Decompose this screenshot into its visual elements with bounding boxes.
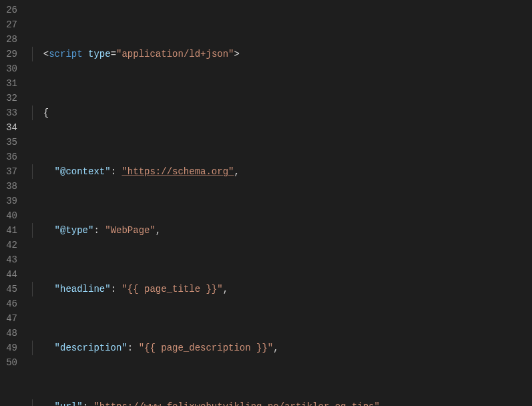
json-key: "@type" [55, 225, 94, 236]
json-key: "headline" [55, 284, 111, 294]
json-key: "@context" [55, 166, 111, 177]
line-number: 37 [0, 164, 17, 179]
line-number: 45 [0, 282, 17, 296]
line-number: 44 [0, 267, 17, 282]
line-number: 49 [0, 341, 17, 355]
code-line: "@context": "https://schema.org", [29, 164, 532, 179]
line-number: 34 [0, 120, 17, 135]
line-number: 40 [0, 208, 17, 223]
json-value: "{{ page_title }}" [121, 284, 222, 294]
code-line: "headline": "{{ page_title }}", [29, 282, 532, 296]
line-number: 36 [0, 150, 17, 164]
line-number: 38 [0, 179, 17, 194]
line-number: 35 [0, 135, 17, 150]
json-url-value[interactable]: "https://www.felixwebutvikling.no/artikl… [93, 401, 379, 406]
line-number: 28 [0, 32, 17, 47]
line-number: 43 [0, 252, 17, 267]
code-line: "@type": "WebPage", [29, 223, 532, 238]
code-line: "description": "{{ page_description }}", [29, 341, 532, 355]
line-number: 29 [0, 47, 17, 61]
line-number: 41 [0, 223, 17, 238]
line-number: 48 [0, 326, 17, 341]
line-number: 33 [0, 106, 17, 120]
json-url-value[interactable]: "https://schema.org" [121, 166, 234, 177]
minimap[interactable] [527, 0, 532, 406]
angle-open: < [43, 49, 49, 59]
line-number: 26 [0, 3, 17, 17]
code-line: "url": "https://www.felixwebutvikling.no… [29, 399, 532, 406]
line-number: 46 [0, 296, 17, 311]
tag-name: script [49, 49, 82, 59]
line-number: 30 [0, 61, 17, 76]
line-number: 42 [0, 238, 17, 252]
line-number: 47 [0, 311, 17, 326]
line-number: 50 [0, 355, 17, 370]
code-area[interactable]: <script type="application/ld+json"> { "@… [29, 0, 532, 406]
line-number: 32 [0, 91, 17, 106]
code-line: <script type="application/ld+json"> [29, 47, 532, 61]
json-key: "url" [55, 401, 83, 406]
line-number: 31 [0, 76, 17, 91]
code-editor[interactable]: 2627282930313233343536373839404142434445… [0, 0, 532, 406]
line-number: 39 [0, 194, 17, 208]
line-number-gutter: 2627282930313233343536373839404142434445… [0, 0, 29, 406]
attr-name: type [88, 49, 111, 59]
json-key: "description" [55, 343, 127, 353]
line-number: 27 [0, 17, 17, 32]
attr-value: "application/ld+json" [116, 49, 234, 59]
code-line: { [29, 106, 532, 120]
json-value: "WebPage" [105, 225, 156, 236]
json-value: "{{ page_description }}" [139, 343, 274, 353]
